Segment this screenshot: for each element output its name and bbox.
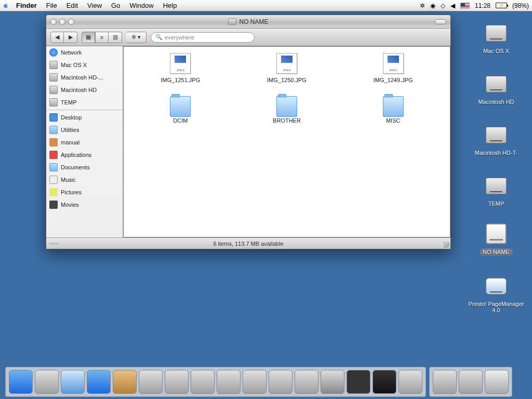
file-browser[interactable]: IMG_1251.JPGIMG_1250.JPGIMG_1249.JPGDCIM… <box>123 46 450 237</box>
airport-menu-icon[interactable]: ◇ <box>441 2 445 9</box>
sidebar-item-desktop[interactable]: Desktop <box>46 110 123 124</box>
desktop-icon-no-name[interactable]: NO NAME <box>468 221 525 256</box>
disk-icon <box>486 76 507 92</box>
file-item[interactable]: IMG_1250.JPG <box>243 53 331 83</box>
sidebar-item-label: Mac OS X <box>61 62 87 68</box>
removable-disk-icon <box>486 223 507 244</box>
dock-disk[interactable] <box>459 370 483 394</box>
dock-capture[interactable] <box>243 370 267 394</box>
battery-menu-icon[interactable]: ⚡ <box>496 3 507 8</box>
dock-pagemanager[interactable] <box>398 370 422 394</box>
dock-applications[interactable] <box>433 370 457 394</box>
file-label: BROTHER <box>243 117 331 124</box>
resize-handle[interactable] <box>443 242 449 248</box>
desktop-icon-mac-os-x[interactable]: Mac OS X <box>468 21 525 54</box>
dock-printer[interactable] <box>295 370 318 394</box>
menu-view[interactable]: View <box>83 2 107 9</box>
menu-edit[interactable]: Edit <box>62 2 83 9</box>
scripts-menu-icon[interactable]: ✲ <box>420 2 425 9</box>
sidebar-item-macintosh-hd[interactable]: Macintosh HD <box>46 84 123 96</box>
file-label: IMG_1251.JPG <box>136 77 224 83</box>
menu-bar: Finder File Edit View Go Window Help ✲ ◉… <box>0 0 532 11</box>
file-item[interactable]: IMG_1251.JPG <box>136 53 224 83</box>
sidebar-item-label: Applications <box>61 152 91 158</box>
sidebar-item-temp[interactable]: TEMP <box>46 96 123 109</box>
sidebar-item-mac-os-x[interactable]: Mac OS X <box>46 59 123 71</box>
sidebar-item-music[interactable]: Music <box>46 174 123 186</box>
sidebar[interactable]: NetworkMac OS XMacintosh HD-...Macintosh… <box>46 46 123 237</box>
action-menu[interactable]: ✲ ▾ <box>126 32 147 43</box>
dock-textedit[interactable] <box>191 370 215 394</box>
volume-menu-icon[interactable]: ◀ <box>450 2 455 9</box>
back-button[interactable]: ◀ <box>50 32 64 43</box>
view-mode-buttons: ▦ ≡ ▥ <box>82 32 122 43</box>
menu-help[interactable]: Help <box>158 2 182 9</box>
sidebar-item-applications[interactable]: Applications <box>46 149 123 161</box>
menu-go[interactable]: Go <box>107 2 125 9</box>
desktop-icon-macintosh-hd-t-[interactable]: Macintosh HD-T- <box>468 123 525 156</box>
dock-addressbook[interactable] <box>113 370 137 394</box>
hd-icon <box>49 86 58 94</box>
sidebar-item-label: Macintosh HD-... <box>61 74 103 81</box>
sidebar-item-label: Pictures <box>61 189 82 195</box>
sidebar-item-manual[interactable]: manual <box>46 136 123 149</box>
sidebar-item-network[interactable]: Network <box>46 46 123 59</box>
window-titlebar[interactable]: NO NAME <box>46 15 450 29</box>
menu-window[interactable]: Window <box>125 2 158 9</box>
home-icon <box>49 138 58 147</box>
dock-trash[interactable] <box>485 370 509 394</box>
jpeg-file-icon <box>170 53 191 74</box>
dock-sysprefs[interactable] <box>321 370 344 394</box>
dock-dashboard[interactable] <box>347 370 370 394</box>
file-label: IMG_1249.JPG <box>349 77 437 83</box>
dock-finder[interactable] <box>9 370 33 394</box>
icon-view-button[interactable]: ▦ <box>82 32 95 43</box>
menu-file[interactable]: File <box>42 2 62 9</box>
file-item[interactable]: DCIM <box>136 94 224 124</box>
toolbar-toggle-button[interactable] <box>435 19 446 24</box>
dock-stickies[interactable] <box>217 370 241 394</box>
app-icon <box>486 278 507 295</box>
pic-icon <box>49 188 58 196</box>
dock-imagecapture[interactable] <box>165 370 189 394</box>
apple-menu[interactable] <box>0 2 11 9</box>
file-item[interactable]: IMG_1249.JPG <box>349 53 437 83</box>
sidebar-item-documents[interactable]: Documents <box>46 161 123 174</box>
desktop-icon-macintosh-hd[interactable]: Macintosh HD <box>468 72 525 105</box>
sidebar-item-macintosh-hd-[interactable]: Macintosh HD-... <box>46 71 123 84</box>
search-icon: 🔍 <box>155 34 163 41</box>
desktop-icon-temp[interactable]: TEMP <box>468 174 525 207</box>
sidebar-item-label: Music <box>61 177 76 183</box>
input-menu-flag-icon[interactable] <box>460 3 470 9</box>
dock-ichat[interactable] <box>35 370 59 394</box>
file-label: MISC <box>349 117 437 124</box>
nav-buttons: ◀ ▶ <box>50 32 77 43</box>
file-item[interactable]: MISC <box>349 94 437 124</box>
sidebar-item-pictures[interactable]: Pictures <box>46 186 123 198</box>
dock-quicktime[interactable] <box>269 370 292 394</box>
search-placeholder: everywhere <box>165 34 194 41</box>
clock[interactable]: 11:28 <box>475 2 490 9</box>
desktop-icon-presto-pagemanager-4-0[interactable]: Presto! PageManager 4.0 <box>468 274 525 313</box>
dock-safari[interactable] <box>61 370 85 394</box>
dock <box>5 367 527 397</box>
sidebar-item-utilities[interactable]: Utilities <box>46 124 123 136</box>
dock-ie[interactable] <box>87 370 111 394</box>
list-view-button[interactable]: ≡ <box>95 32 109 43</box>
desktop-icon-label: TEMP <box>468 201 525 207</box>
sidebar-item-movies[interactable]: Movies <box>46 198 123 211</box>
desktop-icon-label: Mac OS X <box>468 48 525 54</box>
displays-menu-icon[interactable]: ◉ <box>430 2 435 9</box>
sidebar-item-label: Utilities <box>61 127 79 133</box>
search-field[interactable]: 🔍 everywhere <box>151 32 255 43</box>
file-item[interactable]: BROTHER <box>243 94 331 124</box>
column-view-button[interactable]: ▥ <box>109 32 122 43</box>
app-menu[interactable]: Finder <box>11 2 42 9</box>
dock-activity[interactable] <box>373 370 396 394</box>
forward-button[interactable]: ▶ <box>64 32 77 43</box>
hd-icon <box>49 61 58 69</box>
toolbar: ◀ ▶ ▦ ≡ ▥ ✲ ▾ 🔍 everywhere <box>46 29 450 46</box>
finder-window: NO NAME ◀ ▶ ▦ ≡ ▥ ✲ ▾ 🔍 everywhere Netwo… <box>46 15 451 249</box>
dock-iphoto[interactable] <box>139 370 163 394</box>
desk-icon <box>49 113 58 122</box>
